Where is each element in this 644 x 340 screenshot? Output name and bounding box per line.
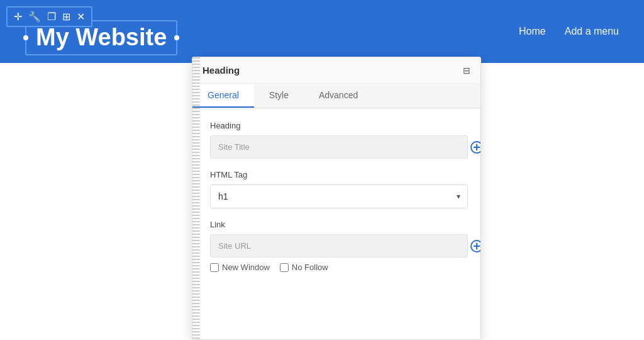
heading-add-button[interactable]: + (470, 141, 480, 154)
minimize-button[interactable]: ⊟ (463, 65, 470, 76)
tab-advanced[interactable]: Advanced (304, 84, 373, 108)
link-input[interactable] (210, 234, 468, 258)
panel-tabs: General Style Advanced (192, 84, 480, 108)
main-nav: Home Add a menu (519, 26, 619, 37)
move-icon[interactable]: ✛ (14, 11, 22, 23)
link-input-wrapper: + (210, 234, 468, 258)
site-header: ✛ 🔧 ❐ ⊞ ✕ My Website Home Add a menu (0, 0, 644, 63)
site-content: Heading ⊟ General Style Advanced Heading… (0, 63, 644, 340)
wrench-icon[interactable]: 🔧 (28, 11, 41, 23)
no-follow-label: No Follow (292, 263, 328, 272)
no-follow-checkbox-label[interactable]: No Follow (280, 263, 328, 272)
site-title: My Website (36, 24, 167, 50)
new-window-checkbox-label[interactable]: New Window (210, 263, 270, 272)
tab-style[interactable]: Style (254, 84, 304, 108)
widget-toolbar: ✛ 🔧 ❐ ⊞ ✕ (6, 6, 92, 27)
link-add-button[interactable]: + (470, 240, 480, 252)
nav-add-menu[interactable]: Add a menu (565, 26, 619, 37)
nav-home[interactable]: Home (519, 26, 546, 37)
close-icon[interactable]: ✕ (77, 11, 85, 23)
link-field-label: Link (210, 220, 468, 229)
html-tag-select[interactable]: h1 h2 h3 h4 h5 h6 div span p (210, 184, 468, 208)
link-checkbox-row: New Window No Follow (210, 263, 468, 272)
panel-body: Heading + HTML Tag h1 h2 h3 h4 h5 h6 (192, 108, 480, 335)
drag-handle[interactable] (192, 57, 200, 339)
panel-title: Heading (203, 65, 240, 76)
heading-input-wrapper: + (210, 135, 468, 159)
panel-header: Heading ⊟ (192, 57, 480, 84)
heading-panel: Heading ⊟ General Style Advanced Heading… (192, 57, 481, 340)
no-follow-checkbox[interactable] (280, 263, 289, 272)
html-tag-label: HTML Tag (210, 170, 468, 179)
link-field-group: Link + New Window No Follow (210, 220, 468, 272)
layout-icon[interactable]: ⊞ (62, 11, 70, 23)
heading-field-label: Heading (210, 121, 468, 130)
new-window-checkbox[interactable] (210, 263, 219, 272)
html-tag-field-group: HTML Tag h1 h2 h3 h4 h5 h6 div span p ▾ (210, 170, 468, 208)
copy-icon[interactable]: ❐ (47, 11, 56, 23)
tab-general[interactable]: General (192, 84, 254, 108)
html-tag-select-wrapper: h1 h2 h3 h4 h5 h6 div span p ▾ (210, 184, 468, 208)
heading-input[interactable] (210, 135, 468, 159)
heading-field-group: Heading + (210, 121, 468, 159)
new-window-label: New Window (222, 263, 270, 272)
